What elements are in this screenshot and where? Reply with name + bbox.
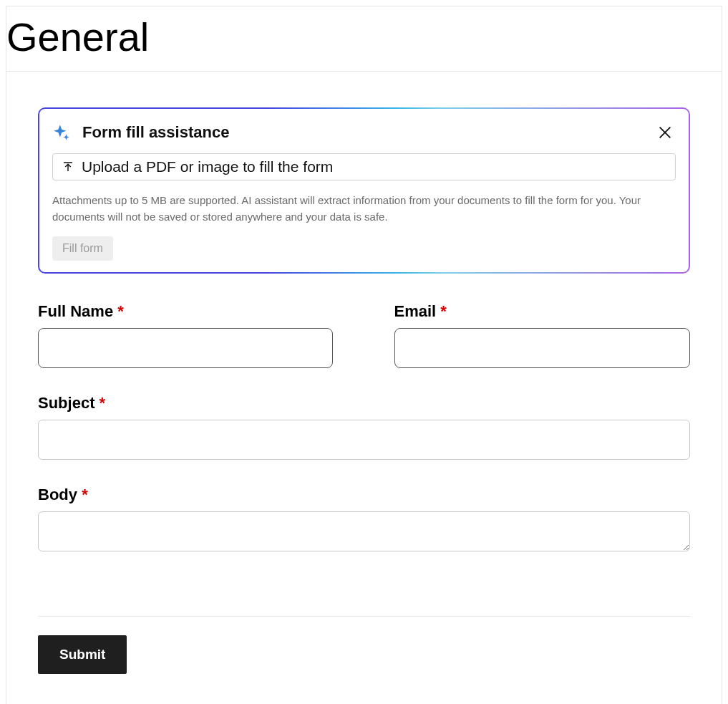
required-mark: * [440, 302, 447, 320]
body-input[interactable] [38, 511, 690, 551]
full-name-group: Full Name * [38, 302, 334, 368]
content-area: Form fill assistance [6, 72, 722, 704]
required-mark: * [117, 302, 124, 320]
assist-hint: Attachments up to 5 MB are supported. AI… [52, 192, 676, 226]
close-button[interactable] [654, 122, 676, 145]
full-name-label-text: Full Name [38, 302, 113, 320]
close-icon [657, 125, 673, 143]
required-mark: * [82, 486, 88, 503]
page-title: General [6, 15, 722, 59]
upload-file-button[interactable]: Upload a PDF or image to fill the form [52, 153, 676, 180]
assist-header: Form fill assistance [52, 123, 676, 142]
assist-title: Form fill assistance [82, 123, 229, 142]
form-grid: Full Name * Email * Subject * [38, 302, 690, 551]
subject-label-text: Subject [38, 394, 94, 412]
upload-icon [62, 160, 74, 173]
full-name-label: Full Name * [38, 302, 334, 321]
email-input[interactable] [394, 328, 691, 368]
subject-input[interactable] [38, 420, 690, 460]
footer-area: Submit [38, 616, 690, 695]
email-label-text: Email [394, 302, 437, 320]
subject-group: Subject * [38, 394, 690, 460]
sparkle-icon [52, 123, 71, 142]
body-group: Body * [38, 486, 690, 551]
body-label: Body * [38, 486, 690, 504]
form-fill-assistance-card: Form fill assistance [38, 107, 690, 274]
required-mark: * [100, 394, 106, 412]
submit-button[interactable]: Submit [38, 635, 127, 674]
email-label: Email * [394, 302, 691, 321]
upload-label: Upload a PDF or image to fill the form [82, 158, 333, 175]
form-page: General Form fill assistance [6, 6, 722, 704]
email-group: Email * [394, 302, 691, 368]
fill-form-button[interactable]: Fill form [52, 236, 113, 261]
body-label-text: Body [38, 486, 77, 503]
page-header: General [6, 6, 722, 72]
full-name-input[interactable] [38, 328, 333, 368]
subject-label: Subject * [38, 394, 690, 413]
